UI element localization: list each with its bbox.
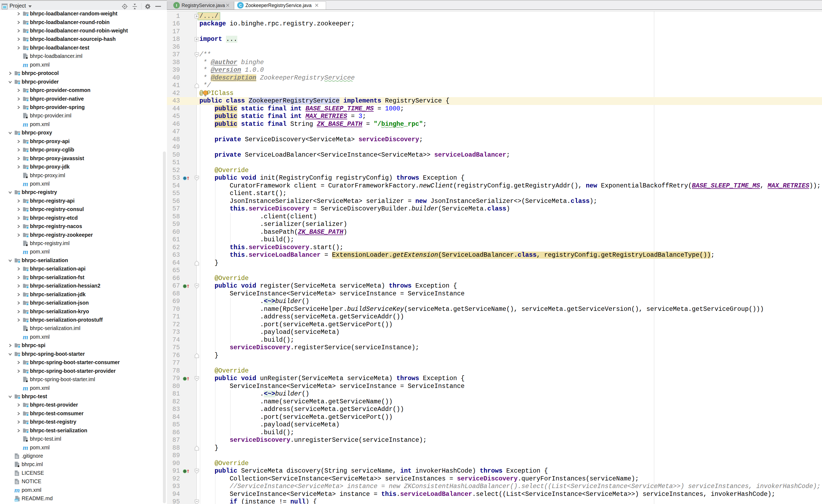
svg-text:I: I [176, 3, 177, 8]
svg-text:C: C [239, 3, 242, 8]
svg-text:MD: MD [15, 499, 18, 502]
